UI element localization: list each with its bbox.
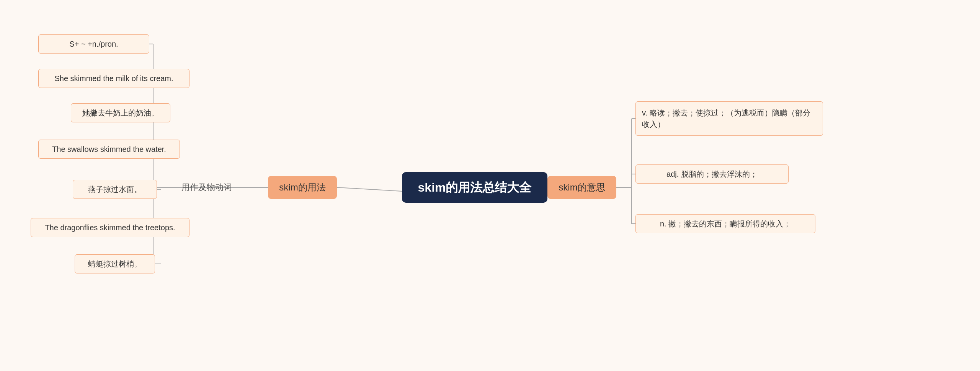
right-branch-node: skim的意思: [547, 176, 616, 199]
left-leaf-4: The swallows skimmed the water.: [38, 140, 180, 159]
left-leaf-1: S+ ~ +n./pron.: [38, 34, 149, 54]
center-node: skim的用法总结大全: [402, 172, 547, 203]
right-leaf-1: v. 略读；撇去；使掠过；（为逃税而）隐瞒（部分收入）: [635, 101, 823, 136]
left-branch-node: skim的用法: [268, 176, 337, 199]
left-leaf-2: She skimmed the milk of its cream.: [38, 69, 189, 88]
mind-map: skim的用法总结大全 skim的用法 用作及物动词 skim的意思 S+ ~ …: [0, 0, 980, 371]
left-leaf-3: 她撇去牛奶上的奶油。: [71, 103, 170, 122]
left-leaf-5: 燕子掠过水面。: [73, 180, 157, 199]
left-leaf-6: The dragonflies skimmed the treetops.: [31, 218, 189, 237]
left-leaf-7: 蜻蜓掠过树梢。: [75, 254, 155, 273]
right-leaf-3: n. 撇；撇去的东西；瞒报所得的收入；: [635, 214, 815, 233]
right-leaf-2: adj. 脱脂的；撇去浮沫的；: [635, 164, 789, 184]
left-connector-label: 用作及物动词: [176, 179, 237, 196]
svg-line-0: [337, 187, 402, 191]
